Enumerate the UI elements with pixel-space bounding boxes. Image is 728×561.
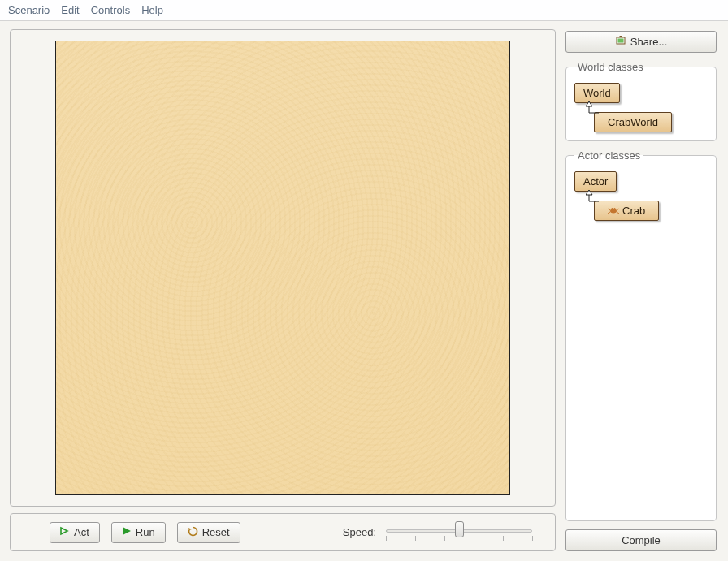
act-label: Act	[74, 526, 89, 538]
class-world-label: World	[583, 87, 611, 99]
svg-point-4	[612, 208, 613, 209]
reset-button[interactable]: Reset	[177, 522, 240, 543]
share-button-wrap: Share...	[566, 29, 717, 53]
share-icon	[615, 35, 626, 49]
left-column: Act Run Reset Speed:	[10, 29, 556, 551]
play-icon	[122, 526, 132, 538]
class-actor[interactable]: Actor	[574, 171, 617, 192]
run-label: Run	[136, 526, 155, 538]
world-panel	[10, 29, 556, 507]
hierarchy-connector	[586, 192, 599, 203]
class-world[interactable]: World	[574, 83, 620, 103]
class-crab[interactable]: Crab	[594, 201, 659, 221]
hierarchy-connector	[586, 103, 599, 114]
crab-icon	[608, 205, 619, 217]
class-actor-label: Actor	[583, 175, 608, 188]
world-classes-group: World classes World CrabWorld	[566, 61, 717, 141]
step-icon	[60, 526, 70, 538]
world-classes-legend: World classes	[574, 61, 647, 73]
speed-label: Speed:	[343, 526, 376, 538]
world-class-hierarchy: World CrabWorld	[574, 83, 708, 132]
act-button[interactable]: Act	[50, 522, 100, 543]
class-crabworld-label: CrabWorld	[608, 116, 658, 128]
speed-control: Speed:	[343, 521, 532, 544]
actor-classes-group: Actor classes Actor	[566, 149, 717, 521]
compile-button[interactable]: Compile	[566, 529, 717, 551]
menu-scenario[interactable]: Scenario	[3, 2, 54, 18]
compile-label: Compile	[622, 534, 661, 546]
class-crab-label: Crab	[622, 205, 645, 217]
actor-classes-legend: Actor classes	[574, 149, 644, 162]
world-canvas[interactable]	[55, 41, 510, 495]
svg-point-5	[614, 208, 616, 209]
right-column: Share... World classes World CrabWorld	[566, 29, 717, 551]
menu-help[interactable]: Help	[136, 2, 168, 18]
class-crabworld[interactable]: CrabWorld	[594, 112, 672, 132]
menu-edit[interactable]: Edit	[56, 2, 84, 18]
compile-button-wrap: Compile	[566, 529, 717, 551]
svg-rect-1	[618, 39, 623, 43]
controls-panel: Act Run Reset Speed:	[10, 513, 556, 551]
speed-thumb[interactable]	[455, 521, 464, 537]
share-label: Share...	[630, 36, 668, 48]
run-button[interactable]: Run	[111, 522, 166, 543]
reset-icon	[188, 526, 198, 539]
menu-controls[interactable]: Controls	[86, 2, 135, 18]
actor-class-hierarchy: Actor	[574, 171, 708, 221]
share-button[interactable]: Share...	[566, 31, 717, 53]
control-buttons: Act Run Reset	[50, 522, 240, 543]
reset-label: Reset	[202, 526, 230, 538]
menu-bar: Scenario Edit Controls Help	[0, 0, 728, 21]
main-area: Act Run Reset Speed:	[0, 21, 728, 561]
svg-rect-2	[619, 36, 622, 37]
svg-point-3	[610, 209, 617, 214]
speed-slider[interactable]	[386, 521, 532, 544]
